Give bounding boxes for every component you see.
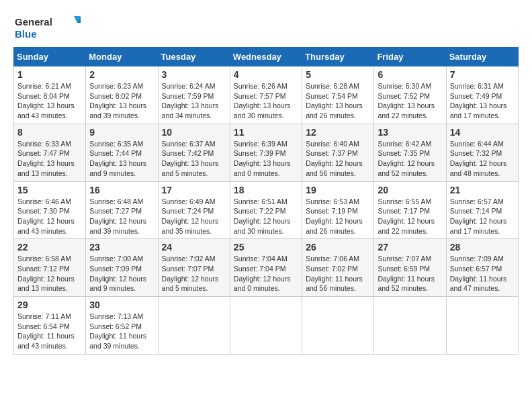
day-info: Sunrise: 6:24 AM Sunset: 7:59 PM Dayligh… bbox=[162, 81, 226, 121]
day-info: Sunrise: 6:53 AM Sunset: 7:19 PM Dayligh… bbox=[306, 197, 370, 236]
calendar-cell: 26 Sunrise: 7:06 AM Sunset: 7:02 PM Dayl… bbox=[302, 239, 374, 297]
calendar-week-row: 1 Sunrise: 6:21 AM Sunset: 8:04 PM Dayli… bbox=[14, 66, 519, 124]
calendar-week-row: 29 Sunrise: 7:11 AM Sunset: 6:54 PM Dayl… bbox=[14, 297, 519, 355]
general-blue-logo: General Blue bbox=[13, 13, 81, 42]
calendar-cell: 1 Sunrise: 6:21 AM Sunset: 8:04 PM Dayli… bbox=[14, 66, 86, 124]
day-header-thursday: Thursday bbox=[302, 48, 374, 66]
calendar-cell: 17 Sunrise: 6:49 AM Sunset: 7:24 PM Dayl… bbox=[158, 181, 230, 239]
day-header-monday: Monday bbox=[86, 48, 158, 66]
day-info: Sunrise: 6:30 AM Sunset: 7:52 PM Dayligh… bbox=[378, 81, 442, 121]
calendar-cell: 21 Sunrise: 6:57 AM Sunset: 7:14 PM Dayl… bbox=[446, 181, 518, 239]
day-info: Sunrise: 6:40 AM Sunset: 7:37 PM Dayligh… bbox=[306, 139, 370, 179]
day-number: 6 bbox=[378, 69, 442, 80]
day-info: Sunrise: 6:44 AM Sunset: 7:32 PM Dayligh… bbox=[450, 139, 515, 179]
svg-text:General: General bbox=[15, 16, 52, 28]
calendar-cell: 3 Sunrise: 6:24 AM Sunset: 7:59 PM Dayli… bbox=[158, 66, 230, 124]
day-number: 25 bbox=[234, 242, 298, 253]
day-number: 29 bbox=[17, 300, 82, 310]
calendar-cell: 20 Sunrise: 6:55 AM Sunset: 7:17 PM Dayl… bbox=[374, 181, 446, 239]
calendar-cell: 19 Sunrise: 6:53 AM Sunset: 7:19 PM Dayl… bbox=[302, 181, 374, 239]
day-info: Sunrise: 6:46 AM Sunset: 7:30 PM Dayligh… bbox=[17, 197, 82, 236]
calendar-cell bbox=[230, 297, 302, 355]
day-number: 23 bbox=[89, 242, 154, 253]
calendar-cell: 6 Sunrise: 6:30 AM Sunset: 7:52 PM Dayli… bbox=[374, 66, 446, 124]
day-number: 18 bbox=[234, 185, 298, 195]
day-info: Sunrise: 7:13 AM Sunset: 6:52 PM Dayligh… bbox=[89, 312, 154, 351]
day-info: Sunrise: 7:06 AM Sunset: 7:02 PM Dayligh… bbox=[306, 254, 370, 293]
day-number: 22 bbox=[17, 242, 82, 253]
calendar-week-row: 8 Sunrise: 6:33 AM Sunset: 7:47 PM Dayli… bbox=[14, 124, 519, 181]
day-number: 10 bbox=[162, 127, 226, 138]
day-number: 16 bbox=[89, 185, 154, 195]
calendar-cell: 25 Sunrise: 7:04 AM Sunset: 7:04 PM Dayl… bbox=[230, 239, 302, 297]
day-info: Sunrise: 7:02 AM Sunset: 7:07 PM Dayligh… bbox=[162, 254, 226, 293]
calendar-cell: 18 Sunrise: 6:51 AM Sunset: 7:22 PM Dayl… bbox=[230, 181, 302, 239]
day-number: 30 bbox=[89, 300, 154, 310]
calendar-table: SundayMondayTuesdayWednesdayThursdayFrid… bbox=[13, 47, 519, 355]
day-header-saturday: Saturday bbox=[446, 48, 518, 66]
calendar-cell bbox=[374, 297, 446, 355]
day-number: 26 bbox=[306, 242, 370, 253]
day-number: 9 bbox=[89, 127, 154, 138]
day-number: 3 bbox=[162, 69, 226, 80]
calendar-cell bbox=[158, 297, 230, 355]
day-info: Sunrise: 6:21 AM Sunset: 8:04 PM Dayligh… bbox=[17, 81, 82, 121]
day-info: Sunrise: 6:51 AM Sunset: 7:22 PM Dayligh… bbox=[234, 197, 298, 236]
day-info: Sunrise: 6:48 AM Sunset: 7:27 PM Dayligh… bbox=[89, 197, 154, 236]
day-number: 8 bbox=[17, 127, 82, 138]
calendar-cell: 4 Sunrise: 6:26 AM Sunset: 7:57 PM Dayli… bbox=[230, 66, 302, 124]
calendar-cell: 23 Sunrise: 7:00 AM Sunset: 7:09 PM Dayl… bbox=[86, 239, 158, 297]
logo: General Blue bbox=[13, 13, 81, 42]
calendar-cell: 12 Sunrise: 6:40 AM Sunset: 7:37 PM Dayl… bbox=[302, 124, 374, 181]
calendar-cell: 11 Sunrise: 6:39 AM Sunset: 7:39 PM Dayl… bbox=[230, 124, 302, 181]
day-number: 17 bbox=[162, 185, 226, 195]
day-number: 19 bbox=[306, 185, 370, 195]
calendar-cell: 29 Sunrise: 7:11 AM Sunset: 6:54 PM Dayl… bbox=[14, 297, 86, 355]
calendar-cell: 14 Sunrise: 6:44 AM Sunset: 7:32 PM Dayl… bbox=[446, 124, 518, 181]
day-info: Sunrise: 6:55 AM Sunset: 7:17 PM Dayligh… bbox=[378, 197, 442, 236]
calendar-cell: 8 Sunrise: 6:33 AM Sunset: 7:47 PM Dayli… bbox=[14, 124, 86, 181]
calendar-cell: 7 Sunrise: 6:31 AM Sunset: 7:49 PM Dayli… bbox=[446, 66, 518, 124]
calendar-header-row: SundayMondayTuesdayWednesdayThursdayFrid… bbox=[14, 48, 519, 66]
day-number: 13 bbox=[378, 127, 442, 138]
day-info: Sunrise: 6:26 AM Sunset: 7:57 PM Dayligh… bbox=[234, 81, 298, 121]
day-number: 14 bbox=[450, 127, 515, 138]
calendar-cell: 30 Sunrise: 7:13 AM Sunset: 6:52 PM Dayl… bbox=[86, 297, 158, 355]
calendar-cell: 22 Sunrise: 6:58 AM Sunset: 7:12 PM Dayl… bbox=[14, 239, 86, 297]
calendar-week-row: 22 Sunrise: 6:58 AM Sunset: 7:12 PM Dayl… bbox=[14, 239, 519, 297]
day-info: Sunrise: 6:58 AM Sunset: 7:12 PM Dayligh… bbox=[17, 254, 82, 293]
day-number: 5 bbox=[306, 69, 370, 80]
day-header-sunday: Sunday bbox=[14, 48, 86, 66]
header: General Blue bbox=[13, 13, 519, 42]
calendar-week-row: 15 Sunrise: 6:46 AM Sunset: 7:30 PM Dayl… bbox=[14, 181, 519, 239]
day-info: Sunrise: 6:57 AM Sunset: 7:14 PM Dayligh… bbox=[450, 197, 515, 236]
calendar-cell: 15 Sunrise: 6:46 AM Sunset: 7:30 PM Dayl… bbox=[14, 181, 86, 239]
day-info: Sunrise: 7:09 AM Sunset: 6:57 PM Dayligh… bbox=[450, 254, 515, 293]
day-number: 11 bbox=[234, 127, 298, 138]
day-info: Sunrise: 7:04 AM Sunset: 7:04 PM Dayligh… bbox=[234, 254, 298, 293]
calendar-cell: 16 Sunrise: 6:48 AM Sunset: 7:27 PM Dayl… bbox=[86, 181, 158, 239]
calendar-cell bbox=[446, 297, 518, 355]
day-info: Sunrise: 7:07 AM Sunset: 6:59 PM Dayligh… bbox=[378, 254, 442, 293]
day-number: 15 bbox=[17, 185, 82, 195]
day-info: Sunrise: 6:28 AM Sunset: 7:54 PM Dayligh… bbox=[306, 81, 370, 121]
day-number: 2 bbox=[89, 69, 154, 80]
day-header-friday: Friday bbox=[374, 48, 446, 66]
day-header-tuesday: Tuesday bbox=[158, 48, 230, 66]
calendar-cell: 28 Sunrise: 7:09 AM Sunset: 6:57 PM Dayl… bbox=[446, 239, 518, 297]
calendar-cell: 13 Sunrise: 6:42 AM Sunset: 7:35 PM Dayl… bbox=[374, 124, 446, 181]
day-info: Sunrise: 6:42 AM Sunset: 7:35 PM Dayligh… bbox=[378, 139, 442, 179]
day-number: 4 bbox=[234, 69, 298, 80]
day-info: Sunrise: 7:00 AM Sunset: 7:09 PM Dayligh… bbox=[89, 254, 154, 293]
day-info: Sunrise: 7:11 AM Sunset: 6:54 PM Dayligh… bbox=[17, 312, 82, 351]
day-number: 27 bbox=[378, 242, 442, 253]
day-info: Sunrise: 6:33 AM Sunset: 7:47 PM Dayligh… bbox=[17, 139, 82, 179]
day-number: 28 bbox=[450, 242, 515, 253]
day-info: Sunrise: 6:49 AM Sunset: 7:24 PM Dayligh… bbox=[162, 197, 226, 236]
day-info: Sunrise: 6:39 AM Sunset: 7:39 PM Dayligh… bbox=[234, 139, 298, 179]
day-number: 21 bbox=[450, 185, 515, 195]
calendar-cell: 5 Sunrise: 6:28 AM Sunset: 7:54 PM Dayli… bbox=[302, 66, 374, 124]
day-info: Sunrise: 6:31 AM Sunset: 7:49 PM Dayligh… bbox=[450, 81, 515, 121]
day-info: Sunrise: 6:37 AM Sunset: 7:42 PM Dayligh… bbox=[162, 139, 226, 179]
day-info: Sunrise: 6:23 AM Sunset: 8:02 PM Dayligh… bbox=[89, 81, 154, 121]
